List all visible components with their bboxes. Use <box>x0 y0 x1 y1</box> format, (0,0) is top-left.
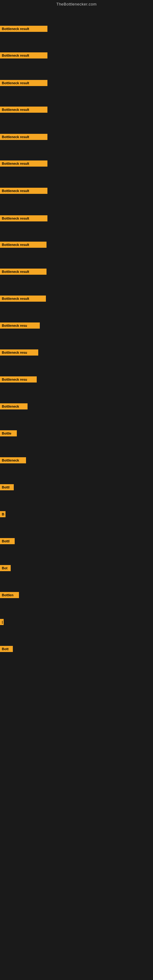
bottleneck-bar: Bot <box>0 565 11 571</box>
bottleneck-bar: Bottleneck result <box>0 52 48 59</box>
bottleneck-bar: Bottleneck resu <box>0 376 37 382</box>
bottleneck-bar: Bottl <box>0 538 15 544</box>
bottleneck-bar: Bottleneck result <box>0 26 48 32</box>
bottleneck-bar: B <box>0 511 5 517</box>
bottleneck-bar: Bottl <box>0 484 14 490</box>
bottleneck-bar: Bottleneck result <box>0 296 46 302</box>
bottleneck-bar: Bottleneck result <box>0 107 48 113</box>
bottleneck-bar: Bottlen <box>0 592 19 598</box>
bottleneck-bar: Bottleneck result <box>0 269 46 275</box>
bottleneck-bar: Bottleneck <box>0 457 26 463</box>
bottleneck-bar: Bottleneck result <box>0 134 48 140</box>
bottleneck-bar: Bottleneck result <box>0 80 48 86</box>
bottleneck-bar: Bottleneck <box>0 403 27 409</box>
bottleneck-bar: Bottleneck result <box>0 188 48 194</box>
site-title: TheBottlenecker.com <box>0 0 153 8</box>
bottleneck-bar: Bott <box>0 646 13 652</box>
bottleneck-bar: Bottle <box>0 430 17 436</box>
bottleneck-bar: Bottleneck resu <box>0 323 40 329</box>
bottleneck-bar: Bottleneck result <box>0 161 48 167</box>
bottleneck-bar: | <box>0 619 4 625</box>
bottleneck-bar: Bottleneck result <box>0 242 46 248</box>
bottleneck-bar: Bottleneck resu <box>0 350 38 356</box>
bottleneck-bar: Bottleneck result <box>0 215 48 221</box>
